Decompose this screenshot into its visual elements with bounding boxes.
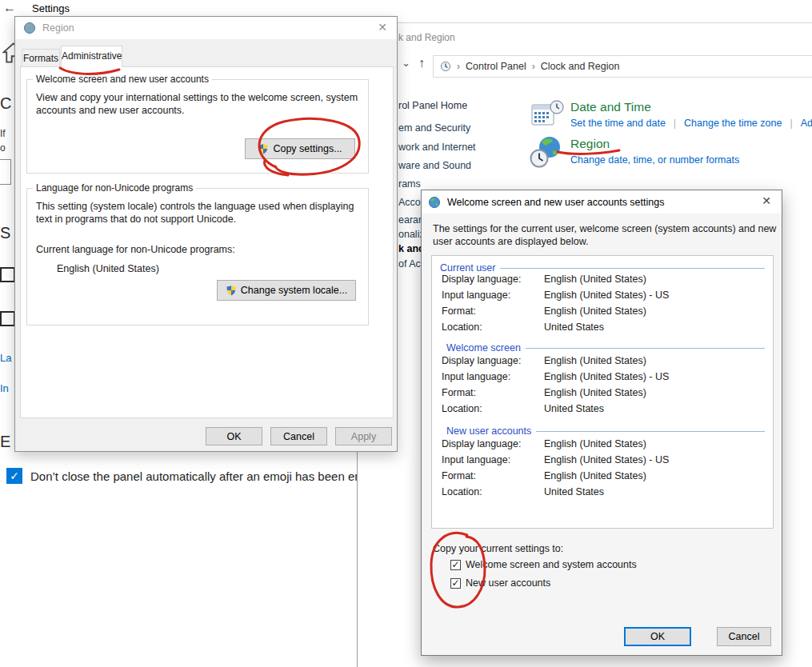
change-timezone-link[interactable]: Change the time zone: [684, 118, 782, 129]
row-label: Format:: [442, 470, 476, 481]
date-time-icon[interactable]: [531, 99, 565, 131]
row-value: English (United States) - US: [544, 290, 669, 301]
settings-clipped-heading-2: S: [0, 224, 10, 242]
address-bar[interactable]: › Control Panel › Clock and Region: [433, 55, 812, 78]
back-icon[interactable]: ←: [3, 1, 16, 15]
row-label: Input language:: [442, 371, 510, 382]
settings-clipped-dropdown[interactable]: [0, 159, 11, 185]
sidebar-control-panel-home[interactable]: rol Panel Home: [398, 100, 467, 111]
section-new-user-accounts: New user accounts: [446, 425, 765, 437]
settings-info-box: Current user Display language: English (…: [431, 255, 774, 529]
settings-clipped-text-1: If: [0, 128, 6, 139]
tab-administrative[interactable]: Administrative: [61, 46, 122, 67]
row-value: English (United States): [544, 470, 646, 481]
check-icon: ✓: [10, 469, 19, 482]
breadcrumb-control-panel[interactable]: Control Panel: [466, 61, 526, 72]
close-icon[interactable]: ✕: [378, 21, 387, 34]
settings-clipped-checkbox-1[interactable]: [0, 267, 15, 282]
row-label: Display language:: [442, 355, 521, 366]
settings-clipped-checkbox-2[interactable]: [0, 311, 15, 326]
region-dialog-titlebar[interactable]: Region ✕: [15, 17, 397, 39]
section-welcome-screen-label: Welcome screen: [446, 342, 521, 353]
row-value: English (United States): [544, 438, 646, 449]
copy-dialog-titlebar[interactable]: Welcome screen and new user accounts set…: [422, 190, 782, 214]
breadcrumb-clock-and-region[interactable]: Clock and Region: [541, 61, 620, 72]
sidebar-programs[interactable]: rams: [398, 178, 421, 190]
new-user-accounts-checkbox-label: New user accounts: [466, 577, 550, 589]
link-separator: |: [674, 118, 676, 129]
new-user-accounts-checkbox[interactable]: ✓: [450, 578, 461, 589]
row-label: Display language:: [442, 438, 521, 449]
set-time-link[interactable]: Set the time and date: [570, 118, 666, 129]
link-separator: |: [790, 118, 792, 129]
copy-to-label: Copy your current settings to:: [433, 542, 563, 555]
row-value: English (United States): [544, 274, 646, 285]
section-new-user-accounts-label: New user accounts: [446, 425, 531, 437]
region-apply-button[interactable]: Apply: [335, 427, 392, 445]
sidebar-user-accounts[interactable]: Acco: [398, 197, 421, 208]
row-label: Input language:: [442, 290, 510, 301]
region-icon[interactable]: [529, 135, 564, 170]
row-value: United States: [544, 403, 604, 414]
copy-dialog-intro: The settings for the current user, welco…: [433, 222, 777, 248]
section-current-user-label: Current user: [440, 262, 495, 274]
add-clocks-link[interactable]: Add clo: [801, 118, 812, 129]
tab-formats[interactable]: Formats: [22, 49, 60, 67]
region-heading[interactable]: Region: [570, 137, 610, 151]
change-system-locale-button[interactable]: Change system locale...: [217, 280, 356, 301]
emoji-panel-checkbox-label: Don’t close the panel automatically afte…: [30, 469, 357, 483]
region-dialog: Region ✕ Formats Administrative Welcome …: [14, 16, 398, 452]
section-rule: [526, 348, 765, 349]
settings-clipped-link-2[interactable]: In: [0, 382, 9, 394]
region-cancel-button[interactable]: Cancel: [270, 427, 327, 445]
change-formats-link[interactable]: Change date, time, or number formats: [570, 154, 739, 166]
uac-shield-icon: [226, 285, 237, 296]
sidebar-system-security[interactable]: em and Security: [398, 122, 470, 134]
row-label: Location:: [442, 486, 482, 497]
date-time-heading[interactable]: Date and Time: [570, 100, 651, 114]
row-label: Format:: [442, 387, 476, 398]
section-current-user: Current user: [440, 262, 765, 274]
welcome-screen-checkbox-label: Welcome screen and system accounts: [466, 559, 637, 570]
up-arrow-icon[interactable]: ↑: [418, 56, 425, 70]
settings-clipped-link-1[interactable]: La: [0, 352, 11, 364]
copy-settings-button[interactable]: Copy settings...: [245, 138, 355, 159]
section-welcome-screen: Welcome screen: [446, 342, 765, 353]
row-value: United States: [544, 322, 604, 333]
welcome-screen-checkbox[interactable]: ✓: [450, 560, 461, 570]
section-rule: [536, 431, 765, 432]
globe-icon: [23, 22, 36, 34]
sidebar-hardware-sound[interactable]: ware and Sound: [398, 160, 471, 171]
chevron-down-icon[interactable]: ⌄: [402, 57, 410, 69]
copy-settings-dialog: Welcome screen and new user accounts set…: [421, 190, 782, 656]
row-value: English (United States) - US: [544, 371, 669, 382]
row-label: Format:: [442, 306, 476, 317]
copy-cancel-button[interactable]: Cancel: [717, 627, 771, 646]
row-label: Location:: [442, 403, 482, 414]
breadcrumb-sep-icon: ›: [457, 61, 460, 72]
settings-clipped-heading-3: E: [0, 433, 10, 451]
row-label: Display language:: [442, 274, 521, 285]
region-dialog-title: Region: [42, 22, 74, 34]
current-language-value: English (United States): [57, 262, 159, 275]
region-ok-button[interactable]: OK: [206, 427, 262, 445]
copy-ok-button[interactable]: OK: [624, 627, 691, 646]
welcome-screen-group-description: View and copy your international setting…: [36, 91, 361, 117]
sidebar-ease-of-access[interactable]: of Ac: [398, 258, 421, 270]
welcome-screen-group-label: Welcome screen and new user accounts: [33, 74, 212, 85]
row-label: Input language:: [442, 454, 510, 465]
emoji-panel-checkbox[interactable]: ✓: [6, 468, 22, 484]
globe-icon: [428, 196, 441, 209]
current-language-label: Current language for non-Unicode program…: [36, 243, 235, 256]
control-panel-window-title: k and Region: [398, 32, 455, 43]
sidebar-network-internet[interactable]: work and Internet: [398, 142, 476, 153]
settings-clipped-heading-1: C: [0, 94, 11, 113]
row-value: United States: [544, 486, 604, 497]
clock-region-icon: [440, 61, 451, 72]
row-value: English (United States): [544, 387, 646, 398]
date-time-tasks: Set the time and date | Change the time …: [570, 118, 812, 129]
close-icon[interactable]: ✕: [762, 194, 771, 207]
change-system-locale-label: Change system locale...: [241, 285, 347, 296]
non-unicode-group-label: Language for non-Unicode programs: [33, 182, 196, 194]
row-value: English (United States): [544, 355, 646, 366]
